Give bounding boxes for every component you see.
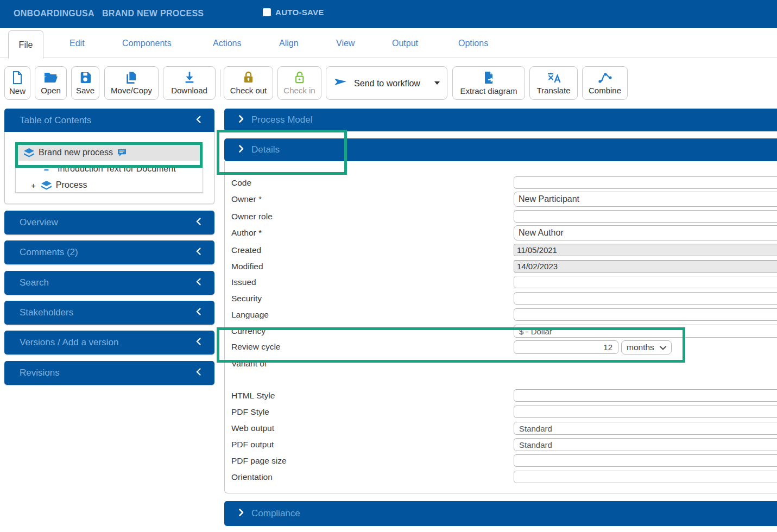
new-button[interactable]: New [4,66,30,100]
chevron-right-icon[interactable] [237,115,245,125]
panel-search[interactable]: Search [4,271,214,295]
check-out-button[interactable]: Check out [224,66,273,100]
toc-panel-header[interactable]: Table of Contents [4,109,214,132]
toc-panel-body: Brand new process Introduction Text for … [4,132,214,204]
form-row-owner-role: Owner role [225,210,777,225]
collapse-left-icon[interactable] [195,368,203,378]
form-row-pdf-page-size: PDF page size [225,454,777,470]
layers-icon [24,148,34,157]
panel-comments[interactable]: Comments (2) [4,240,214,264]
new-document-icon [11,71,23,86]
form-row-owner: Owner * [225,193,777,208]
currency-select[interactable]: $ - Dollar [514,325,777,338]
open-button[interactable]: Open [35,66,67,100]
review-cycle-unit-select[interactable]: months [621,340,672,354]
panel-versions[interactable]: Versions / Add a version [4,331,214,354]
menu-file[interactable]: File [8,30,43,59]
extract-diagram-button[interactable]: Extract diagram [452,66,525,100]
menu-view[interactable]: View [336,39,355,48]
check-in-button[interactable]: Check in [277,66,321,100]
created-input [514,244,777,256]
collapse-left-icon[interactable] [195,307,203,318]
document-title[interactable]: BRAND NEW PROCESS [102,9,204,18]
author-input[interactable] [514,225,777,240]
security-input[interactable] [514,292,777,305]
menu-bar [0,28,777,58]
collapse-left-icon[interactable] [195,277,203,288]
menu-edit[interactable]: Edit [70,39,85,48]
form-row-modified: Modified [225,260,777,275]
web-output-select[interactable]: Standard [514,422,777,435]
owner-role-input[interactable] [514,210,777,223]
title-bar: ONBOARDINGUSA BRAND NEW PROCESS AUTO-SAV… [0,0,777,28]
collapse-left-icon[interactable] [195,247,203,258]
section-compliance[interactable]: Compliance [224,501,777,526]
autosave-label: AUTO-SAVE [275,8,324,17]
tree-item-brand-new-process[interactable]: Brand new process [16,144,203,161]
form-row-created: Created [225,244,777,259]
menu-align[interactable]: Align [279,39,299,48]
collapse-left-icon[interactable] [195,337,203,348]
menu-actions[interactable]: Actions [213,39,241,48]
form-row-author: Author * [225,226,777,242]
tree-item-label: Introduction Text for Document [58,164,176,174]
move-copy-icon [125,71,137,85]
comment-icon[interactable] [117,149,127,157]
review-cycle-number-input[interactable] [514,340,618,354]
code-input[interactable] [514,176,777,189]
combine-icon [598,72,612,85]
chevron-right-icon[interactable] [237,508,245,519]
autosave-control: AUTO-SAVE [263,8,324,17]
section-details[interactable]: Details [224,138,777,161]
panel-stakeholders[interactable]: Stakeholders [4,301,214,325]
library-name[interactable]: ONBOARDINGUSA [14,9,94,18]
menu-options[interactable]: Options [458,39,488,48]
language-input[interactable] [514,308,777,321]
toc-title: Table of Contents [20,115,91,126]
layers-icon [41,181,52,190]
tree-expander[interactable]: + [31,181,36,190]
modified-input [514,260,777,273]
send-to-workflow-button[interactable]: Send to workflow [326,66,447,100]
send-to-workflow-dropdown-caret[interactable] [434,81,440,85]
issued-input[interactable] [514,276,777,288]
html-style-input[interactable] [514,389,777,402]
move-copy-button[interactable]: Move/Copy [104,66,159,100]
pdf-style-input[interactable] [514,406,777,418]
orientation-input[interactable] [514,471,777,483]
pdf-page-size-input[interactable] [514,454,777,467]
form-row-orientation: Orientation [225,471,777,486]
menu-output[interactable]: Output [392,39,418,48]
translate-button[interactable]: Translate [529,66,578,100]
download-button[interactable]: Download [163,66,216,100]
save-floppy-icon [79,72,91,85]
pdf-output-select[interactable]: Standard [514,438,777,451]
owner-input[interactable] [514,192,777,207]
extract-diagram-icon [483,71,494,86]
combine-button[interactable]: Combine [582,66,628,100]
padlock-closed-icon [243,71,254,85]
form-row-security: Security [225,292,777,307]
autosave-checkbox[interactable] [263,8,271,16]
section-process-model[interactable]: Process Model [224,109,777,131]
panel-revisions[interactable]: Revisions [4,361,214,385]
panel-overview[interactable]: Overview [4,211,214,235]
tree-item-introduction-text[interactable]: Introduction Text for Document [16,161,203,177]
form-row-variant-of: Variant of [225,357,777,372]
form-row-currency: Currency $ - Dollar [225,325,777,340]
save-button[interactable]: Save [71,66,99,100]
text-lines-icon [44,166,53,172]
collapse-left-icon[interactable] [195,217,203,228]
form-row-web-output: Web output Standard [225,422,777,437]
send-icon [333,77,348,89]
collapse-left-icon[interactable] [195,115,203,126]
tree-item-process[interactable]: + Process [16,177,203,193]
menu-components[interactable]: Components [122,39,172,48]
chevron-right-icon[interactable] [237,144,245,155]
padlock-open-icon [294,71,305,85]
tree-item-label: Process [56,180,87,190]
download-icon [184,71,195,85]
details-form-panel: Code Owner * Owner role Author * Created… [224,161,777,493]
toolbar: New Open Save Move/Copy Download [0,59,777,107]
form-row-language: Language [225,308,777,324]
